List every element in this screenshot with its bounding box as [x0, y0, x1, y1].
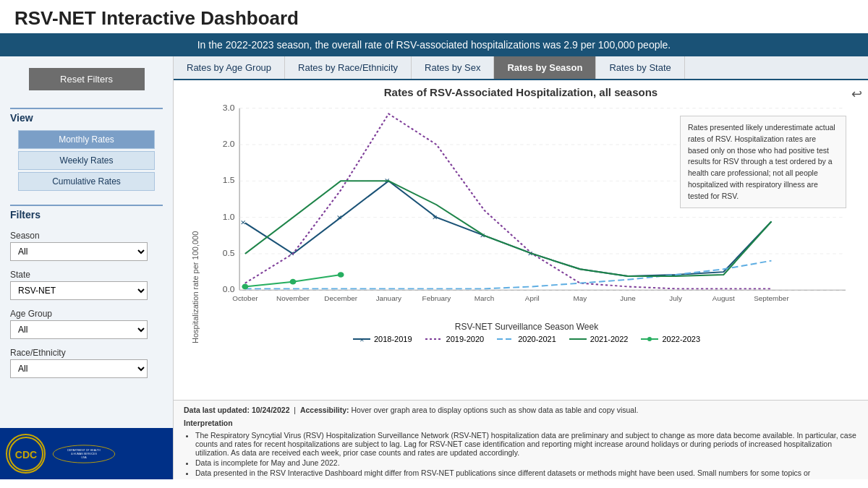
age-group-label: Age Group: [10, 309, 163, 319]
state-label: State: [10, 270, 163, 280]
footer-updated: Data last updated: 10/24/2022 | Accessib…: [184, 405, 858, 416]
season-label: Season: [10, 231, 163, 241]
undo-button[interactable]: ↩: [851, 86, 862, 102]
footer-bullets: The Respiratory Syncytial Virus (RSV) Ho…: [184, 431, 858, 477]
svg-text:✕: ✕: [240, 220, 247, 226]
svg-point-48: [647, 337, 652, 341]
legend-2020-2021: 2020-2021: [497, 335, 556, 343]
svg-text:October: October: [232, 295, 258, 301]
svg-text:0.5: 0.5: [223, 249, 235, 257]
race-ethnicity-label: Race/Ethnicity: [10, 348, 163, 358]
svg-point-29: [338, 272, 344, 278]
legend-2022-2023: 2022-2023: [641, 335, 700, 343]
svg-text:July: July: [669, 295, 682, 301]
svg-text:April: April: [525, 295, 540, 301]
svg-text:✕: ✕: [432, 214, 438, 221]
svg-text:& HUMAN SERVICES: & HUMAN SERVICES: [71, 453, 97, 455]
tab-rates-sex[interactable]: Rates by Sex: [412, 56, 494, 79]
view-section-title: View: [10, 108, 163, 128]
page-title: RSV-NET Interactive Dashboard: [14, 7, 854, 30]
svg-text:USA: USA: [81, 456, 87, 459]
chart-title: Rates of RSV-Associated Hospitalization,…: [188, 86, 854, 98]
main-layout: Reset Filters View Monthly Rates Weekly …: [0, 56, 868, 479]
svg-text:November: November: [276, 295, 310, 301]
age-group-select[interactable]: All 0-4 years 5-17 years 18-49 years 50-…: [10, 320, 148, 339]
chart-container: Rates of RSV-Associated Hospitalization,…: [174, 80, 868, 400]
footer-bullet-2: Data is incomplete for May and June 2022…: [195, 458, 858, 467]
cdc-logo: CDC DEPARTMENT OF HEALTH & HUMAN SERVICE…: [0, 428, 173, 479]
filters-section: Filters Season All 2018-2019 2019-2020 2…: [0, 196, 173, 384]
svg-point-28: [290, 279, 297, 285]
chart-inner: 0.0 0.5 1.0 1.5 2.0 3.0 ✕ ✕ ✕ ✕: [200, 101, 854, 343]
footer-bullet-3: Data presented in the RSV Interactive Da…: [195, 468, 858, 477]
legend-2021-2022: 2021-2022: [569, 335, 629, 343]
monthly-rates-button[interactable]: Monthly Rates: [18, 130, 156, 149]
footer-interpretation-title: Interpretation: [184, 418, 858, 429]
svg-text:✕: ✕: [336, 214, 343, 221]
chart-wrap: Hospitalization rate per 100,000: [188, 101, 854, 343]
tab-rates-season[interactable]: Rates by Season: [494, 56, 596, 79]
svg-text:CDC: CDC: [14, 449, 36, 461]
tab-rates-race-ethnicity[interactable]: Rates by Race/Ethnicity: [285, 56, 412, 79]
legend-2018-2019: ✕ 2018-2019: [353, 335, 412, 343]
svg-text:1.5: 1.5: [223, 176, 235, 184]
race-ethnicity-select[interactable]: All White Black Hispanic Asian/Pacific I…: [10, 359, 148, 378]
page-header: RSV-NET Interactive Dashboard: [0, 0, 868, 33]
svg-text:May: May: [573, 295, 587, 301]
svg-text:March: March: [475, 295, 495, 301]
chart-legend: ✕ 2018-2019 2019-2020 2020-2021: [200, 335, 854, 343]
svg-text:1.0: 1.0: [223, 213, 235, 221]
tooltip-text: Rates presented likely underestimate act…: [688, 123, 835, 200]
svg-text:2.0: 2.0: [223, 140, 235, 148]
svg-text:✕: ✕: [359, 337, 364, 343]
reset-area: Reset Filters: [0, 56, 173, 99]
tabs-container: Rates by Age Group Rates by Race/Ethnici…: [174, 56, 868, 80]
footer-bullet-1: The Respiratory Syncytial Virus (RSV) Ho…: [195, 431, 858, 457]
view-section: View Monthly Rates Weekly Rates Cumulati…: [0, 99, 173, 196]
cumulative-rates-button[interactable]: Cumulative Rates: [18, 172, 156, 191]
footer: Data last updated: 10/24/2022 | Accessib…: [174, 400, 868, 479]
cdc-badge: CDC: [6, 434, 46, 474]
svg-text:August: August: [712, 295, 735, 301]
filters-section-title: Filters: [10, 205, 163, 225]
svg-text:3.0: 3.0: [223, 103, 235, 111]
y-axis-label: Hospitalization rate per 100,000: [188, 101, 200, 343]
svg-text:February: February: [422, 295, 451, 301]
svg-text:January: January: [376, 295, 402, 301]
reset-filters-button[interactable]: Reset Filters: [29, 68, 145, 90]
banner-text: In the 2022-2023 season, the overall rat…: [197, 39, 671, 51]
banner: In the 2022-2023 season, the overall rat…: [0, 33, 868, 56]
content-area: Rates by Age Group Rates by Race/Ethnici…: [174, 56, 868, 479]
weekly-rates-button[interactable]: Weekly Rates: [18, 151, 156, 170]
tab-rates-state[interactable]: Rates by State: [596, 56, 684, 79]
svg-point-27: [242, 284, 248, 290]
sidebar: Reset Filters View Monthly Rates Weekly …: [0, 56, 174, 479]
svg-text:0.0: 0.0: [223, 286, 235, 294]
tab-rates-age-group[interactable]: Rates by Age Group: [174, 56, 285, 79]
x-axis-label: RSV-NET Surveillance Season Week: [200, 322, 854, 332]
chart-tooltip: Rates presented likely underestimate act…: [680, 116, 846, 208]
svg-text:DEPARTMENT OF HEALTH: DEPARTMENT OF HEALTH: [67, 449, 101, 452]
state-select[interactable]: RSV-NET California Colorado Connecticut: [10, 281, 148, 300]
svg-text:June: June: [620, 295, 636, 301]
svg-text:September: September: [754, 295, 789, 301]
legend-2019-2020: 2019-2020: [425, 335, 485, 343]
season-select[interactable]: All 2018-2019 2019-2020 2020-2021 2021-2…: [10, 242, 148, 261]
svg-text:December: December: [324, 295, 357, 301]
